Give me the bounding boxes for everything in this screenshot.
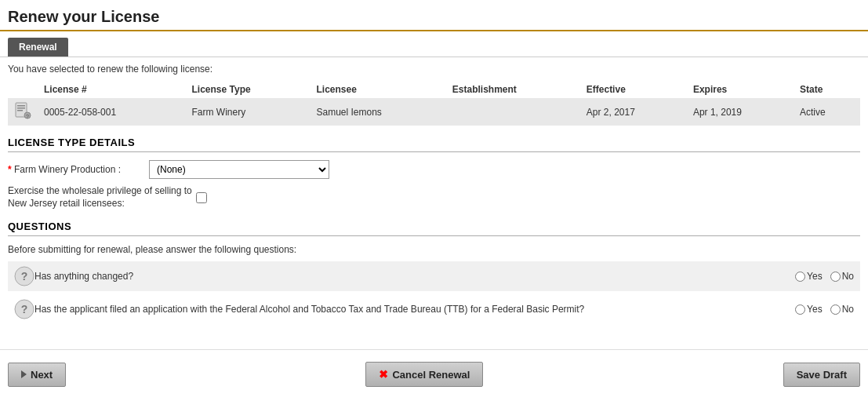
license-table-body: ? 0005-22-058-001 Farm Winery Samuel Iem… [8, 98, 860, 126]
svg-text:?: ? [21, 270, 28, 283]
questions-section: QUESTIONS Before submitting for renewal,… [8, 221, 860, 324]
license-type-details-header: LICENSE TYPE DETAILS [8, 137, 860, 152]
farm-winery-production-select[interactable]: (None) Small Medium Large [149, 160, 329, 179]
next-arrow-icon [21, 370, 27, 378]
main-content: You have selected to renew the following… [0, 57, 868, 341]
save-draft-button[interactable]: Save Draft [783, 363, 860, 387]
col-header-state: State [794, 81, 860, 98]
question-1-no-radio[interactable] [830, 272, 841, 282]
license-number: 0005-22-058-001 [38, 98, 186, 126]
question-2-no-label: No [830, 304, 854, 315]
col-header-license-type: License Type [186, 81, 311, 98]
question-2-yes-label: Yes [795, 304, 823, 315]
wholesale-privilege-label: Exercise the wholesale privilege of sell… [8, 185, 196, 210]
license-table: License # License Type Licensee Establis… [8, 81, 860, 126]
expires-date: Apr 1, 2019 [687, 98, 794, 126]
svg-rect-1 [17, 105, 25, 107]
licensee: Samuel Iemons [310, 98, 445, 126]
svg-rect-3 [17, 110, 23, 111]
next-button[interactable]: Next [8, 363, 66, 387]
col-header-icon [8, 81, 38, 98]
question-1-no-label: No [830, 271, 854, 282]
svg-rect-2 [17, 108, 25, 109]
license-row-icon: ? [8, 98, 38, 126]
question-2-radio-group: Yes No [795, 304, 854, 315]
license-type-details-section: LICENSE TYPE DETAILS * Farm Winery Produ… [8, 137, 860, 210]
question-row-2: ? Has the applicant filed an application… [8, 294, 860, 324]
tab-bar: Renewal [0, 31, 868, 57]
wholesale-privilege-checkbox[interactable] [196, 192, 207, 203]
question-1-yes-radio[interactable] [795, 272, 805, 282]
footer-buttons: Next ✖ Cancel Renewal Save Draft [0, 349, 868, 395]
question-icon-1: ? [14, 266, 35, 286]
svg-text:?: ? [26, 114, 29, 119]
question-icon-2: ? [14, 299, 35, 319]
page-title: Renew your License [8, 8, 860, 26]
col-header-expires: Expires [687, 81, 794, 98]
question-text-1: Has anything changed? [35, 271, 787, 282]
wholesale-privilege-row: Exercise the wholesale privilege of sell… [8, 185, 860, 210]
renewal-tab[interactable]: Renewal [8, 38, 68, 57]
intro-text: You have selected to renew the following… [8, 64, 860, 75]
svg-text:?: ? [21, 303, 28, 315]
col-header-effective: Effective [580, 81, 687, 98]
col-header-licensee: Licensee [310, 81, 445, 98]
cancel-renewal-button[interactable]: ✖ Cancel Renewal [365, 362, 483, 387]
cancel-x-icon: ✖ [379, 368, 388, 381]
establishment [446, 98, 580, 126]
question-2-no-radio[interactable] [830, 304, 841, 315]
question-1-radio-group: Yes No [795, 271, 854, 282]
license-type: Farm Winery [186, 98, 311, 126]
questions-intro: Before submitting for renewal, please an… [8, 244, 860, 255]
question-row-1: ? Has anything changed? Yes No [8, 261, 860, 291]
question-2-yes-radio[interactable] [795, 304, 805, 315]
question-1-yes-label: Yes [795, 271, 823, 282]
table-row: ? 0005-22-058-001 Farm Winery Samuel Iem… [8, 98, 860, 126]
license-table-header: License # License Type Licensee Establis… [8, 81, 860, 98]
farm-winery-production-row: * Farm Winery Production : (None) Small … [8, 160, 860, 179]
state: Active [794, 98, 860, 126]
col-header-license-number: License # [38, 81, 186, 98]
col-header-establishment: Establishment [446, 81, 580, 98]
effective-date: Apr 2, 2017 [580, 98, 687, 126]
page-header: Renew your License [0, 0, 868, 31]
license-document-icon: ? [14, 102, 31, 119]
question-text-2: Has the applicant filed an application w… [35, 304, 787, 315]
farm-winery-production-label: * Farm Winery Production : [8, 164, 149, 175]
questions-header: QUESTIONS [8, 221, 860, 236]
